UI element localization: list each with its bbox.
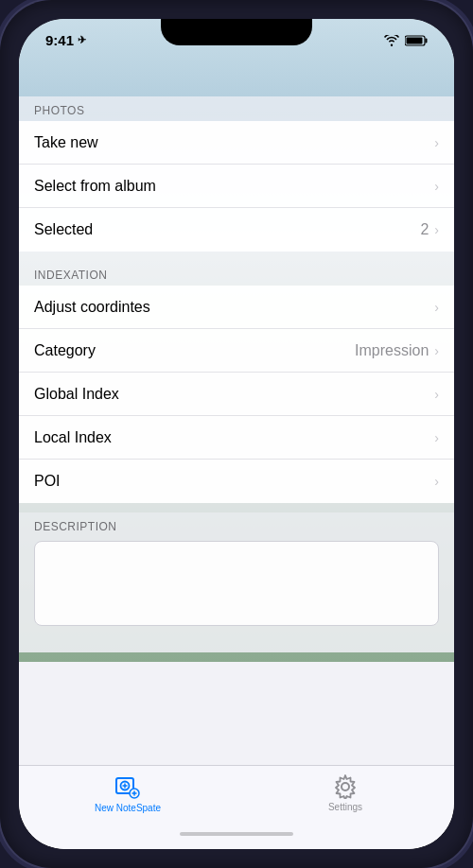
- adjust-coordinates-right: ›: [434, 300, 439, 315]
- add-notespate-icon: [114, 773, 141, 800]
- notch: [161, 19, 312, 45]
- take-new-chevron: ›: [434, 135, 439, 150]
- adjust-coordinates-chevron: ›: [434, 300, 439, 315]
- select-from-album-item[interactable]: Select from album ›: [19, 165, 454, 208]
- select-album-right: ›: [434, 179, 439, 194]
- description-input[interactable]: [34, 541, 439, 626]
- local-index-item[interactable]: Local Index ›: [19, 416, 454, 460]
- category-right: Impression ›: [355, 342, 439, 359]
- svg-rect-2: [407, 37, 423, 43]
- indexation-label: INDEXATION: [34, 269, 107, 282]
- category-chevron: ›: [434, 343, 439, 358]
- svg-rect-1: [426, 38, 428, 43]
- screen: 9:41 ✈: [19, 19, 454, 849]
- poi-right: ›: [434, 474, 439, 489]
- description-label: DESCRIPTION: [34, 520, 439, 533]
- poi-chevron: ›: [434, 474, 439, 489]
- home-indicator: [180, 832, 293, 836]
- tab-new-notespate[interactable]: New NoteSpate: [19, 773, 236, 813]
- spacer-2: [19, 503, 454, 512]
- category-item[interactable]: Category Impression ›: [19, 329, 454, 373]
- svg-point-18: [342, 783, 349, 790]
- select-album-chevron: ›: [434, 179, 439, 194]
- wifi-icon: [384, 35, 399, 46]
- phone-screen: 9:41 ✈: [19, 19, 454, 849]
- take-new-label: Take new: [34, 134, 98, 151]
- global-index-right: ›: [434, 387, 439, 402]
- status-icons: [384, 35, 428, 46]
- select-album-label: Select from album: [34, 178, 156, 195]
- local-index-right: ›: [434, 430, 439, 445]
- take-new-right: ›: [434, 135, 439, 150]
- tab-settings[interactable]: Settings: [236, 774, 454, 812]
- global-index-label: Global Index: [34, 386, 119, 403]
- take-new-item[interactable]: Take new ›: [19, 121, 454, 165]
- spacer-1: [19, 252, 454, 261]
- category-value: Impression: [355, 342, 429, 359]
- indexation-section-header: INDEXATION: [19, 261, 454, 286]
- tab-settings-label: Settings: [328, 802, 362, 812]
- description-section: DESCRIPTION: [19, 512, 454, 634]
- settings-icon: [333, 774, 358, 799]
- tab-bar: New NoteSpate Settings: [19, 765, 454, 832]
- phone-frame: 9:41 ✈: [0, 0, 473, 868]
- global-index-item[interactable]: Global Index ›: [19, 373, 454, 416]
- battery-icon: [405, 35, 428, 46]
- photos-label: PHOTOS: [34, 104, 84, 117]
- poi-label: POI: [34, 473, 61, 490]
- photos-group: Take new › Select from album › Selected: [19, 121, 454, 252]
- poi-item[interactable]: POI ›: [19, 460, 454, 503]
- bottom-spacer: [19, 634, 454, 652]
- selected-count: 2: [420, 221, 429, 238]
- local-index-chevron: ›: [434, 430, 439, 445]
- selected-chevron: ›: [434, 222, 439, 237]
- main-content[interactable]: PHOTOS Take new › Select from album ›: [19, 96, 454, 765]
- indexation-group: Adjust coordintes › Category Impression …: [19, 286, 454, 503]
- selected-item[interactable]: Selected 2 ›: [19, 208, 454, 252]
- status-time: 9:41 ✈: [45, 32, 86, 48]
- time-label: 9:41: [45, 32, 74, 48]
- location-icon: ✈: [78, 34, 86, 46]
- photos-section-header: PHOTOS: [19, 96, 454, 121]
- selected-right: 2 ›: [420, 221, 439, 238]
- category-label: Category: [34, 342, 96, 359]
- global-index-chevron: ›: [434, 387, 439, 402]
- adjust-coordinates-item[interactable]: Adjust coordintes ›: [19, 286, 454, 329]
- tab-new-notespate-label: New NoteSpate: [95, 803, 161, 813]
- adjust-coordinates-label: Adjust coordintes: [34, 299, 150, 316]
- local-index-label: Local Index: [34, 429, 112, 446]
- selected-label: Selected: [34, 221, 93, 238]
